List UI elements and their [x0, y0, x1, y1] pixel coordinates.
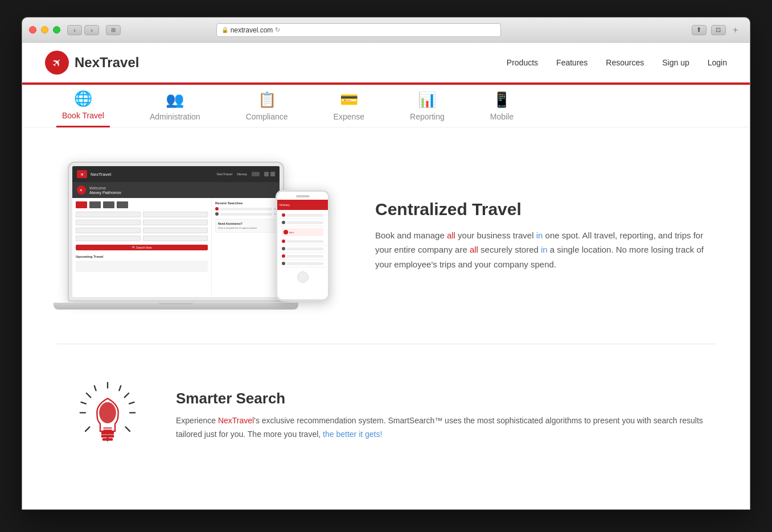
svg-line-11: [129, 402, 134, 404]
minimize-button[interactable]: [41, 26, 48, 34]
sidebar-toggle[interactable]: ⊞: [106, 25, 121, 35]
mockup-assistance-text: View a complete list of support options: [218, 226, 273, 230]
phone-dot3: [282, 240, 285, 243]
mockup-tab2: [89, 201, 101, 208]
compliance-icon: 📋: [258, 91, 276, 109]
mockup-recent-title: Recent Searches: [215, 201, 276, 205]
svg-rect-16: [102, 438, 113, 441]
close-button[interactable]: [29, 26, 36, 34]
address-bar[interactable]: 🔒 nextravel.com ↻: [216, 23, 501, 37]
maximize-button[interactable]: [53, 26, 60, 34]
nav-resources[interactable]: Resources: [606, 58, 644, 67]
phone-line6: [287, 262, 323, 265]
phone-status: Alert: [282, 228, 323, 236]
phone-item1: [280, 212, 326, 219]
mockup-body: 🔍 Search Now Upcoming Travel Recent Sear…: [72, 198, 280, 295]
smarter-text-area: Smarter Search Experience NexTravel's ex…: [176, 390, 704, 442]
phone-dot5: [282, 254, 285, 258]
mockup-name: Alexey Pakhomov: [89, 191, 121, 195]
phone-item4: [280, 245, 326, 253]
laptop-frame: NexTravel NexTravel Alexey: [68, 162, 284, 302]
new-tab-button[interactable]: +: [733, 25, 743, 35]
nav-login[interactable]: Login: [708, 58, 727, 67]
phone-nav-text: Itinerary: [280, 203, 290, 207]
logo-icon: [45, 51, 69, 75]
smarter-description: Experience NexTravel's exclusive recomme…: [176, 414, 704, 442]
share-button[interactable]: ⬆: [692, 25, 707, 35]
phone-item6: [280, 260, 326, 267]
lightbulb-icon: [73, 378, 142, 452]
highlight-in1: in: [536, 230, 543, 240]
url-text: nextravel.com: [231, 26, 273, 34]
mockup-right: Recent Searches ✕ ✕: [211, 198, 280, 295]
forward-button[interactable]: ›: [84, 25, 99, 35]
phone-content: Itinerary: [277, 200, 328, 269]
sub-navigation: 🌐 Book Travel 👥 Administration 📋 Complia…: [22, 85, 750, 127]
svg-point-17: [99, 402, 116, 423]
mockup-welcome-icon: [77, 185, 86, 195]
mockup-tab4: [117, 201, 128, 208]
mobile-icon: 📱: [492, 91, 511, 109]
phone-line4: [287, 248, 323, 250]
phone-line2: [287, 221, 323, 224]
mockup-tab3: [103, 201, 114, 208]
centralized-description: Book and manage all your business travel…: [375, 228, 704, 272]
mockup-recent1: ✕: [215, 207, 276, 211]
title-bar: ‹ › ⊞ 🔒 nextravel.com ↻ ⬆ ⊡ +: [22, 18, 750, 43]
svg-line-6: [85, 427, 89, 431]
nav-features[interactable]: Features: [556, 58, 588, 67]
mobile-label: Mobile: [490, 112, 514, 121]
tab-overview-button[interactable]: ⊡: [711, 25, 726, 35]
phone-line5: [287, 255, 323, 258]
subnav-mobile[interactable]: 📱 Mobile: [484, 85, 519, 127]
centralized-title: Centralized Travel: [375, 200, 704, 219]
section-smarter: Smarter Search Experience NexTravel's ex…: [22, 344, 750, 486]
mockup-upcoming-content: [76, 261, 208, 272]
nav-products[interactable]: Products: [507, 58, 538, 67]
mockup-nav-link: NexTravel: [217, 172, 232, 176]
back-button[interactable]: ‹: [67, 25, 82, 35]
brand-tagline: the better it gets!: [323, 430, 382, 439]
phone-item3: [280, 238, 326, 245]
mockup-recent2: ✕: [215, 212, 276, 216]
phone-dot2: [282, 221, 285, 224]
phone-item2: [280, 219, 326, 226]
svg-rect-14: [101, 431, 114, 435]
subnav-book-travel[interactable]: 🌐 Book Travel: [56, 85, 110, 127]
subnav-expense[interactable]: 💳 Expense: [328, 85, 370, 127]
mockup-left: 🔍 Search Now Upcoming Travel: [72, 198, 211, 295]
subnav-reporting[interactable]: 📊 Reporting: [404, 85, 450, 127]
nav-signup[interactable]: Sign up: [662, 58, 689, 67]
mockup-form-row1: [76, 212, 208, 217]
highlight-all2: all: [470, 245, 478, 254]
svg-line-9: [119, 386, 121, 390]
logo-text: NexTravel: [75, 55, 139, 71]
book-travel-icon: 🌐: [74, 90, 92, 108]
svg-line-8: [95, 386, 96, 390]
phone-dot6: [282, 262, 285, 265]
mockup-nav: NexTravel NexTravel Alexey: [72, 166, 280, 182]
mockup-welcome-text: Welcome Alexey Pakhomov: [89, 186, 121, 195]
mockup-icons: [264, 172, 275, 176]
mockup-input1: [76, 212, 141, 217]
refresh-icon[interactable]: ↻: [275, 26, 280, 34]
phone-home-button[interactable]: [297, 271, 309, 283]
mockup-input8: [143, 236, 208, 241]
expense-icon: 💳: [340, 91, 358, 109]
book-travel-label: Book Travel: [62, 111, 104, 120]
section-centralized: NexTravel NexTravel Alexey: [22, 127, 750, 344]
device-mockup: NexTravel NexTravel Alexey: [68, 162, 341, 310]
laptop-screen: NexTravel NexTravel Alexey: [72, 166, 280, 297]
mockup-search-btn: 🔍 Search Now: [76, 245, 208, 250]
laptop-base: [54, 303, 298, 310]
bulb-icon-container: [68, 378, 147, 452]
mockup-assistance: Need Assistance? View a complete list of…: [215, 219, 276, 233]
highlight-in2: in: [541, 245, 548, 254]
svg-line-10: [81, 402, 86, 404]
mockup-icon2: [270, 172, 275, 176]
mockup-recent-dot2: [215, 212, 219, 216]
laptop-notch: [159, 303, 193, 304]
subnav-compliance[interactable]: 📋 Compliance: [240, 85, 294, 127]
mockup-tabs: [76, 201, 208, 208]
subnav-administration[interactable]: 👥 Administration: [144, 85, 206, 127]
